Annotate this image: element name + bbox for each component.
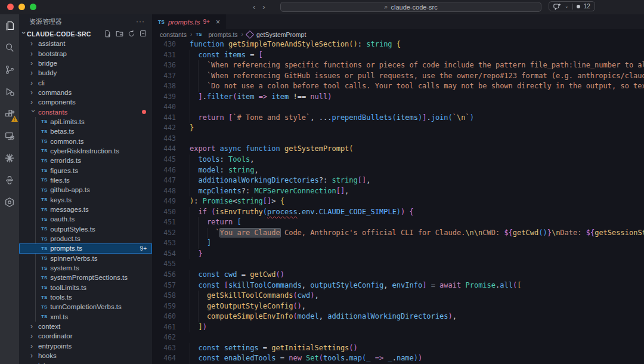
code-line[interactable]: 437`When referencing GitHub issues or pu… [152,71,644,82]
code-line[interactable]: 440 [152,102,644,113]
extensions-icon[interactable]: ! [0,103,19,125]
remote-explorer-icon[interactable] [0,125,19,147]
tree-folder-assistant[interactable]: ›assistant [19,39,152,48]
tree-file-turnCompletionVerbs.ts[interactable]: TSturnCompletionVerbs.ts [19,302,152,311]
explorer-icon[interactable] [0,14,19,36]
nav-forward-icon[interactable]: › [262,2,265,13]
code-line[interactable]: 431const items = [ [152,50,644,61]
code-line[interactable]: 430function getSimpleToneAndStyleSection… [152,39,644,50]
titlebar-widget[interactable]: ⌄ 12 [549,1,595,11]
code-line[interactable]: 457const [skillToolCommands, outputStyle… [152,280,644,291]
code-line[interactable]: 448mcpClients?: MCPServerConnection[], [152,186,644,197]
close-tab-icon[interactable]: × [216,18,220,26]
tree-file-messages.ts[interactable]: TSmessages.ts [19,205,152,214]
run-debug-icon[interactable] [0,81,19,103]
tree-folder-bootstrap[interactable]: ›bootstrap [19,48,152,58]
tree-folder-commands[interactable]: ›commands [19,88,152,97]
hexagon-extension-icon[interactable] [0,191,19,213]
code-line[interactable]: 460computeSimpleEnvInfo(model, additiona… [152,311,644,322]
nav-back-icon[interactable]: ‹ [253,2,255,13]
tree-file-apiLimits.ts[interactable]: TSapiLimits.ts [19,117,152,127]
code-line[interactable]: 462 [152,332,644,343]
code-line[interactable]: 452`You are Claude Code, Anthropic's off… [152,228,644,239]
tree-folder-components[interactable]: ›components [19,97,152,107]
tree-file-keys.ts[interactable]: TSkeys.ts [19,195,152,205]
tree-file-errorIds.ts[interactable]: TSerrorIds.ts [19,156,152,165]
tree-file-outputStyles.ts[interactable]: TSoutputStyles.ts [19,224,152,234]
close-window-button[interactable] [7,4,14,10]
tree-file-systemPromptSections.ts[interactable]: TSsystemPromptSections.ts [19,273,152,282]
code-line[interactable]: 461]) [152,322,644,333]
tree-file-prompts.ts[interactable]: TSprompts.ts9+ [19,243,152,253]
code-line[interactable]: 464const enabledTools = new Set(tools.ma… [152,353,644,364]
code-line[interactable]: 447additionalWorkingDirectories?: string… [152,175,644,186]
code-line[interactable]: 463const settings = getInitialSettings() [152,343,644,354]
breadcrumb-file[interactable]: prompts.ts [209,31,238,38]
tree-file-spinnerVerbs.ts[interactable]: TSspinnerVerbs.ts [19,254,152,263]
code-line[interactable]: 449): Promise<string[]> { [152,196,644,207]
code-line[interactable]: 450if (isEnvTruthy(process.env.CLAUDE_CO… [152,207,644,218]
workspace-root-row[interactable]: › CLAUDE-CODE-SRC [19,29,152,39]
tree-file-xml.ts[interactable]: TSxml.ts [19,312,152,322]
tree-file-github-app.ts[interactable]: TSgithub-app.ts [19,185,152,195]
code-line[interactable]: 441return [`# Tone and style`, ...prepen… [152,113,644,124]
code-token: [ [259,51,263,59]
tab-prompts-ts[interactable]: TS prompts.ts 9+ × [152,14,226,29]
tree-file-figures.ts[interactable]: TSfigures.ts [19,165,152,175]
new-folder-icon[interactable] [116,30,123,38]
collapse-folders-icon[interactable] [140,30,147,38]
search-icon[interactable] [0,36,19,58]
python-extension-icon[interactable] [0,169,19,191]
tree-file-betas.ts[interactable]: TSbetas.ts [19,127,152,136]
tree-folder-hooks[interactable]: ›hooks [19,351,152,360]
source-control-icon[interactable] [0,58,19,81]
code-editor[interactable]: 430function getSimpleToneAndStyleSection… [152,39,644,364]
code-line[interactable]: 459getOutputStyleConfig(), [152,301,644,312]
code-line[interactable]: 439].filter(item => item !== null) [152,92,644,103]
code-line[interactable]: 451return [ [152,217,644,228]
copilot-chat-icon[interactable] [553,3,561,10]
code-line[interactable]: 438`Do not use a colon before tool calls… [152,81,644,92]
tree-folder-entrypoints[interactable]: ›entrypoints [19,341,152,351]
tree-folder-coordinator[interactable]: ›coordinator [19,331,152,341]
code-line[interactable]: 455 [152,259,644,270]
tree-folder-bridge[interactable]: ›bridge [19,58,152,68]
indent-guide [198,60,206,71]
tree-file-system.ts[interactable]: TSsystem.ts [19,263,152,273]
tree-folder-context[interactable]: ›context [19,322,152,331]
tree-file-cyberRiskInstruction.ts[interactable]: TScyberRiskInstruction.ts [19,146,152,156]
tree-file-tools.ts[interactable]: TStools.ts [19,292,152,302]
tree-folder-ink[interactable]: ›ink [19,360,152,364]
tree-file-files.ts[interactable]: TSfiles.ts [19,175,152,185]
code-line[interactable]: 442} [152,123,644,134]
tree-folder-buddy[interactable]: ›buddy [19,68,152,78]
tree-folder-cli[interactable]: ›cli [19,78,152,87]
refresh-explorer-icon[interactable] [128,30,135,38]
code-line[interactable]: 436`When referencing specific functions … [152,60,644,71]
code-token: = [259,344,272,352]
code-line[interactable]: 453] [152,238,644,249]
tree-file-oauth.ts[interactable]: TSoauth.ts [19,214,152,224]
panel-more-actions-icon[interactable]: ··· [136,17,145,26]
chevron-down-icon[interactable]: ⌄ [565,4,569,9]
code-line[interactable]: 444export async function getSystemPrompt… [152,144,644,155]
zoom-window-button[interactable] [30,4,36,10]
code-line[interactable]: 446model: string, [152,165,644,176]
breadcrumb-folder[interactable]: constants [160,31,187,38]
new-file-icon[interactable] [104,30,112,38]
tree-file-product.ts[interactable]: TSproduct.ts [19,234,152,243]
code-line[interactable]: 458getSkillToolCommands(cwd), [152,291,644,301]
tree-file-toolLimits.ts[interactable]: TStoolLimits.ts [19,283,152,292]
code-line[interactable]: 456const cwd = getCwd() [152,270,644,280]
tree-folder-constants[interactable]: ›constants [19,107,152,116]
code-token: ) [414,354,418,362]
code-token: ) [470,113,474,122]
code-line[interactable]: 443 [152,134,644,144]
breadcrumb-symbol[interactable]: getSystemPrompt [256,31,306,38]
code-line[interactable]: 454} [152,249,644,260]
starburst-extension-icon[interactable] [0,147,19,169]
command-center-search[interactable]: ⌕ claude-code-src [280,2,541,12]
minimize-window-button[interactable] [18,4,25,10]
code-line[interactable]: 445tools: Tools, [152,155,644,165]
tree-file-common.ts[interactable]: TScommon.ts [19,136,152,146]
